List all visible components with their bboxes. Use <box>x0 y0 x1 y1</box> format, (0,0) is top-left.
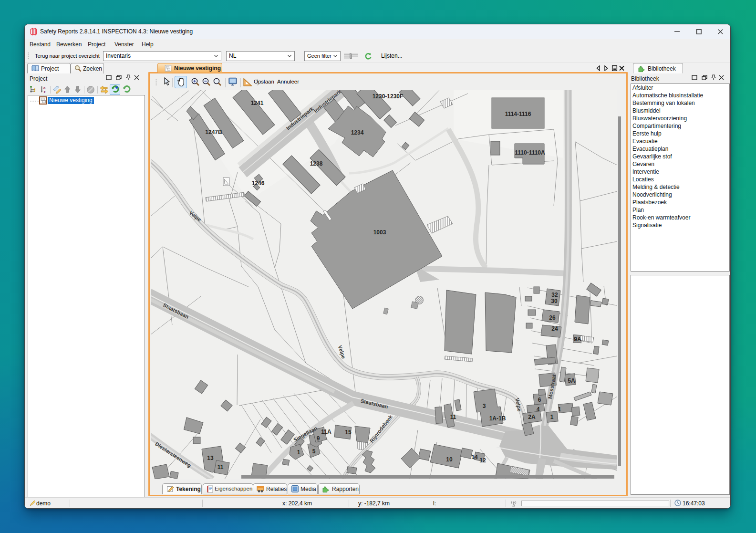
svg-text:30: 30 <box>551 298 558 304</box>
svg-text:3: 3 <box>483 403 486 409</box>
svg-text:1110-1110A: 1110-1110A <box>515 149 545 156</box>
svg-text:4: 4 <box>537 406 540 413</box>
svg-text:1A-1B: 1A-1B <box>489 415 506 422</box>
svg-text:26: 26 <box>549 314 556 321</box>
svg-text:1241: 1241 <box>251 100 264 106</box>
svg-text:1: 1 <box>550 414 554 420</box>
svg-text:1246: 1246 <box>252 180 265 187</box>
svg-text:6: 6 <box>538 397 541 403</box>
svg-text:5: 5 <box>312 448 316 455</box>
svg-text:10: 10 <box>446 456 453 463</box>
svg-text:11A: 11A <box>321 428 331 435</box>
svg-text:9: 9 <box>317 435 320 442</box>
svg-text:14: 14 <box>471 454 478 460</box>
svg-text:11: 11 <box>217 464 224 470</box>
svg-text:1247B: 1247B <box>205 129 222 136</box>
svg-text:24: 24 <box>551 325 558 332</box>
svg-text:32: 32 <box>551 292 558 298</box>
svg-text:11: 11 <box>450 414 456 420</box>
svg-text:5A: 5A <box>568 377 575 384</box>
svg-text:2A: 2A <box>528 414 536 420</box>
svg-text:13: 13 <box>207 455 214 461</box>
svg-text:15: 15 <box>345 429 352 436</box>
svg-text:z: z <box>44 90 46 94</box>
svg-text:1: 1 <box>297 449 300 456</box>
svg-text:1238: 1238 <box>310 160 323 167</box>
svg-text:1: 1 <box>558 406 561 413</box>
svg-text:1230-1230F: 1230-1230F <box>373 93 404 100</box>
svg-text:1114-1116: 1114-1116 <box>505 111 531 117</box>
svg-text:12: 12 <box>479 457 486 464</box>
svg-text:9A: 9A <box>574 336 581 343</box>
svg-text:1003: 1003 <box>373 229 386 236</box>
svg-text:1234: 1234 <box>351 129 364 136</box>
